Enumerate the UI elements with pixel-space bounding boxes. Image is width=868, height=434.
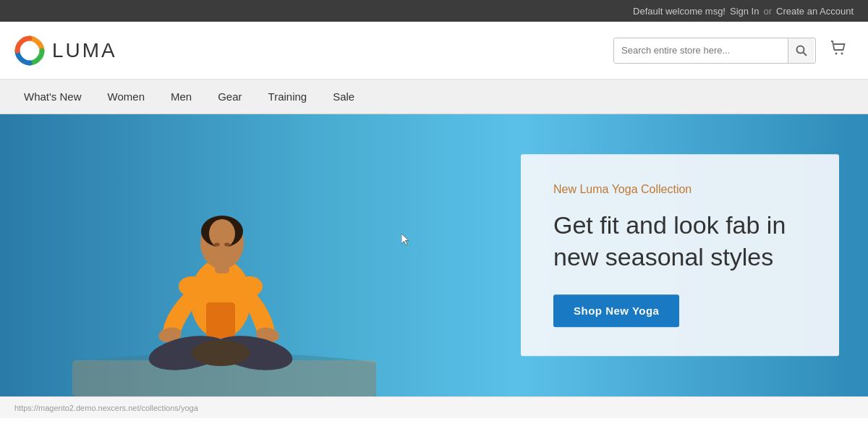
main-nav: What's New Women Men Gear Training Sale [0,80,868,114]
hero-figure [72,114,376,396]
nav-item-gear[interactable]: Gear [205,80,255,114]
logo-text: LUMA [52,39,117,62]
shop-yoga-button[interactable]: Shop New Yoga [553,295,679,328]
hero-card: New Luma Yoga Collection Get fit and loo… [521,154,839,356]
svg-point-14 [214,243,220,247]
footer-bar: https://magento2.demo.nexcers.net/collec… [0,396,868,418]
svg-point-22 [237,276,263,297]
svg-point-21 [179,276,205,297]
yoga-pose-svg [72,114,376,396]
svg-point-4 [841,52,843,54]
svg-point-20 [192,340,250,366]
create-account-link[interactable]: Create an Account [776,6,854,17]
search-icon [796,45,807,56]
nav-item-whats-new[interactable]: What's New [11,80,95,114]
nav-item-training[interactable]: Training [255,80,320,114]
nav-item-men[interactable]: Men [158,80,205,114]
hero-subtitle: New Luma Yoga Collection [553,183,807,196]
svg-rect-9 [206,302,235,339]
nav-item-sale[interactable]: Sale [320,80,367,114]
svg-point-1 [796,46,804,53]
svg-line-2 [803,52,807,56]
svg-point-13 [209,219,235,248]
hero-banner: New Luma Yoga Collection Get fit and loo… [0,114,868,396]
svg-point-15 [224,243,230,247]
top-bar: Default welcome msg! Sign In or Create a… [0,0,868,22]
cart-button[interactable] [823,36,854,65]
search-wrapper [613,38,816,64]
signin-link[interactable]: Sign In [730,6,759,17]
logo-link[interactable]: LUMA [14,35,117,66]
svg-point-3 [835,52,838,54]
search-button[interactable] [788,38,814,64]
logo-icon [14,35,45,66]
cart-icon [829,39,848,58]
site-header: LUMA [0,22,868,80]
or-separator: or [763,6,772,17]
nav-item-women[interactable]: Women [95,80,158,114]
footer-url: https://magento2.demo.nexcers.net/collec… [14,404,198,412]
welcome-message: Default welcome msg! [633,6,726,17]
hero-title: Get fit and look fab in new seasonal sty… [553,209,807,273]
search-input[interactable] [614,38,788,63]
header-right [613,36,854,65]
